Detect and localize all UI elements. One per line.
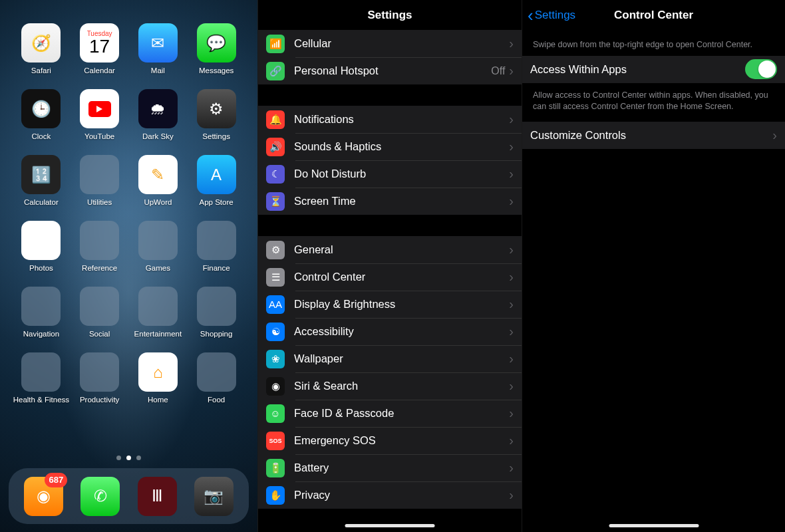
app-calendar[interactable]: Tuesday17Calendar — [71, 23, 129, 74]
app-label: Mail — [151, 66, 165, 74]
app-label: Utilities — [87, 198, 112, 206]
app-entertainment[interactable]: Entertainment — [129, 287, 188, 338]
app-games[interactable]: Games — [129, 221, 188, 272]
app-utilities[interactable]: Utilities — [71, 155, 129, 206]
app-upword[interactable]: ✎UpWord — [129, 155, 188, 206]
app-clock[interactable]: 🕒Clock — [12, 89, 71, 140]
app-app-store[interactable]: AApp Store — [187, 155, 245, 206]
folder-icon — [197, 352, 236, 392]
notification-badge: 687 — [45, 473, 67, 487]
settings-row-emergency-sos[interactable]: SOSEmergency SOS› — [258, 427, 522, 454]
settings-row-personal-hotspot[interactable]: 🔗Personal HotspotOff› — [258, 57, 522, 84]
row-label: Display & Brightness — [294, 298, 509, 311]
page-dot[interactable] — [136, 456, 141, 460]
app-icon: ⌂ — [138, 352, 178, 392]
settings-row-face-id-passcode[interactable]: ☺Face ID & Passcode› — [258, 400, 522, 427]
app-label: Social — [89, 330, 110, 338]
settings-row-general[interactable]: ⚙︎General› — [258, 236, 522, 263]
settings-row-screen-time[interactable]: ⏳Screen Time› — [258, 188, 522, 215]
control-center-panel: ‹ Settings Control Center Swipe down fro… — [522, 0, 785, 532]
app-label: Navigation — [23, 330, 59, 338]
app-label: Calendar — [84, 66, 115, 74]
app-label: Settings — [202, 132, 230, 140]
settings-row-accessibility[interactable]: ☯Accessibility› — [258, 318, 522, 345]
settings-row-siri-search[interactable]: ◉Siri & Search› — [258, 372, 522, 400]
settings-panel: Settings 📶Cellular›🔗Personal HotspotOff›… — [257, 0, 522, 532]
dock-app-marcus-theatres[interactable]: Ⅲ — [138, 477, 177, 516]
app-label: App Store — [200, 198, 234, 206]
app-label: UpWord — [144, 198, 172, 206]
chevron-right-icon: › — [509, 166, 514, 182]
page-dot-active[interactable] — [126, 456, 131, 460]
app-productivity[interactable]: Productivity — [71, 352, 129, 404]
app-label: Messages — [199, 66, 234, 74]
app-reference[interactable]: Reference — [71, 221, 129, 272]
app-dark-sky[interactable]: 🌧Dark Sky — [129, 89, 188, 140]
app-mail[interactable]: ✉︎Mail — [129, 23, 188, 74]
app-safari[interactable]: 🧭Safari — [12, 23, 71, 74]
settings-row-sounds-haptics[interactable]: 🔊Sounds & Haptics› — [258, 133, 522, 160]
app-health-fitness[interactable]: Health & Fitness — [12, 352, 71, 404]
row-label: Do Not Disturb — [294, 168, 509, 180]
app-icon: 💬 — [197, 23, 236, 63]
row-label: Emergency SOS — [294, 434, 509, 447]
app-messages[interactable]: 💬Messages — [187, 23, 245, 74]
chevron-right-icon: › — [509, 269, 514, 285]
app-icon: 🧭 — [21, 23, 61, 63]
row-icon: ☰ — [266, 268, 285, 287]
row-icon: ☯ — [266, 323, 285, 341]
settings-row-notifications[interactable]: 🔔Notifications› — [258, 106, 522, 133]
back-button[interactable]: ‹ Settings — [528, 7, 575, 24]
app-icon: ✉︎ — [138, 23, 178, 63]
app-label: Health & Fitness — [13, 396, 69, 404]
settings-row-control-center[interactable]: ☰Control Center› — [258, 263, 522, 291]
row-icon: ☾ — [266, 165, 285, 184]
customize-controls-row[interactable]: Customize Controls › — [522, 122, 785, 149]
swipe-hint: Swipe down from the top-right edge to op… — [522, 30, 785, 56]
app-calculator[interactable]: 🔢Calculator — [12, 155, 71, 206]
chevron-right-icon: › — [509, 242, 514, 257]
chevron-right-icon: › — [509, 112, 514, 127]
app-icon: 🕒 — [21, 89, 61, 128]
app-home[interactable]: ⌂Home — [129, 352, 188, 404]
settings-row-wallpaper[interactable]: ❀Wallpaper› — [258, 345, 522, 372]
folder-icon — [80, 155, 119, 194]
page-title: Control Center — [614, 9, 693, 22]
row-icon: 🔗 — [266, 62, 285, 80]
folder-icon — [80, 352, 119, 392]
folder-icon — [21, 287, 61, 326]
row-label: Customize Controls — [530, 129, 772, 142]
settings-row-battery[interactable]: 🔋Battery› — [258, 454, 522, 481]
row-label: Siri & Search — [294, 380, 509, 392]
app-photos[interactable]: ❋Photos — [12, 221, 71, 272]
settings-row-privacy[interactable]: ✋Privacy› — [258, 481, 522, 509]
dock-app-camera[interactable]: 📷 — [194, 477, 234, 516]
home-indicator[interactable] — [345, 524, 435, 527]
app-label: Productivity — [80, 396, 119, 404]
row-icon: ✋ — [266, 486, 285, 505]
app-settings[interactable]: ⚙︎Settings — [187, 89, 245, 140]
app-food[interactable]: Food — [187, 352, 245, 404]
nav-bar: Settings — [258, 0, 522, 30]
chevron-left-icon: ‹ — [528, 7, 534, 24]
row-icon: ☺ — [266, 404, 285, 423]
app-shopping[interactable]: Shopping — [187, 287, 245, 338]
dock-app-overcast[interactable]: ◉687 — [24, 477, 63, 516]
app-navigation[interactable]: Navigation — [12, 287, 71, 338]
access-within-apps-switch[interactable] — [745, 59, 777, 79]
row-label: Cellular — [294, 37, 509, 50]
back-label: Settings — [535, 9, 575, 22]
app-youtube[interactable]: YouTube — [71, 89, 129, 140]
settings-row-display-brightness[interactable]: AADisplay & Brightness› — [258, 291, 522, 318]
app-icon: A — [197, 155, 236, 194]
dock-app-phone[interactable]: ✆ — [80, 477, 120, 516]
app-finance[interactable]: Finance — [187, 221, 245, 272]
dock-icon: 📷 — [194, 477, 234, 516]
home-indicator[interactable] — [609, 524, 699, 527]
page-dot[interactable] — [116, 456, 121, 460]
app-social[interactable]: Social — [71, 287, 129, 338]
row-icon: ⏳ — [266, 192, 285, 211]
settings-row-do-not-disturb[interactable]: ☾Do Not Disturb› — [258, 160, 522, 188]
settings-row-cellular[interactable]: 📶Cellular› — [258, 30, 522, 57]
row-label: Face ID & Passcode — [294, 407, 509, 420]
